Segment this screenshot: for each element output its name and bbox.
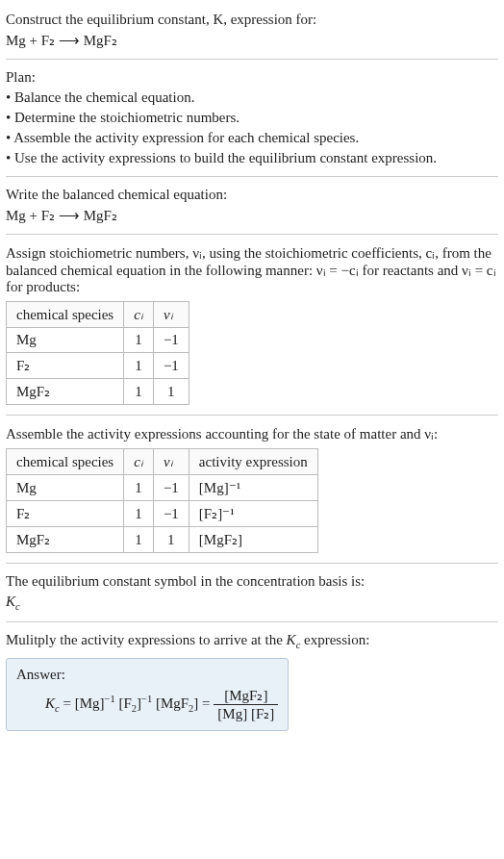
divider	[6, 415, 498, 416]
balanced-equation: Mg + F₂ ⟶ MgF₂	[6, 207, 498, 224]
plan-header: Plan:	[6, 69, 498, 86]
table-header: cᵢ	[124, 449, 154, 475]
assemble-text: Assemble the activity expressions accoun…	[6, 425, 498, 442]
table-cell: −1	[153, 501, 189, 527]
table-cell: Mg	[7, 475, 124, 501]
table-header: νᵢ	[153, 302, 189, 328]
table-cell: F₂	[7, 501, 124, 527]
fraction-numerator: [MgF₂]	[214, 687, 278, 705]
divider	[6, 563, 498, 564]
divider	[6, 59, 498, 60]
table-cell: 1	[124, 475, 154, 501]
table-header: νᵢ	[153, 449, 189, 475]
table-header-row: chemical species cᵢ νᵢ	[7, 302, 189, 328]
answer-fraction: [MgF₂] [Mg] [F₂]	[214, 687, 278, 722]
table-cell: 1	[153, 527, 189, 553]
fraction-denominator: [Mg] [F₂]	[214, 705, 278, 722]
table-cell: −1	[153, 328, 189, 353]
table-cell: 1	[124, 501, 154, 527]
table-row: Mg 1 −1 [Mg]⁻¹	[7, 475, 318, 501]
answer-box: Answer: Kc = [Mg]−1 [F2]−1 [MgF2] = [MgF…	[6, 658, 289, 731]
table-cell: [F₂]⁻¹	[189, 501, 317, 527]
table-cell: −1	[153, 475, 189, 501]
table-cell: MgF₂	[7, 527, 124, 553]
divider	[6, 176, 498, 177]
table-cell: [Mg]⁻¹	[189, 475, 317, 501]
table-cell: 1	[153, 379, 189, 405]
symbol-line1: The equilibrium constant symbol in the c…	[6, 573, 498, 590]
table-row: Mg 1 −1	[7, 328, 189, 353]
assign-text: Assign stoichiometric numbers, νᵢ, using…	[6, 244, 498, 295]
plan-bullet: • Balance the chemical equation.	[6, 89, 498, 106]
stoich-table: chemical species cᵢ νᵢ Mg 1 −1 F₂ 1 −1 M…	[6, 301, 189, 405]
table-header: chemical species	[7, 449, 124, 475]
intro-text: Construct the equilibrium constant, K, e…	[6, 12, 316, 27]
table-cell: −1	[153, 353, 189, 379]
intro-equation: Mg + F₂ ⟶ MgF₂	[6, 32, 498, 49]
table-cell: 1	[124, 527, 154, 553]
table-header: cᵢ	[124, 302, 154, 328]
table-row: F₂ 1 −1 [F₂]⁻¹	[7, 501, 318, 527]
table-cell: 1	[124, 379, 154, 405]
plan-bullet: • Determine the stoichiometric numbers.	[6, 110, 498, 126]
answer-label: Answer:	[16, 667, 278, 683]
divider	[6, 621, 498, 622]
plan-bullet: • Use the activity expressions to build …	[6, 150, 498, 166]
table-cell: 1	[124, 353, 154, 379]
table-row: F₂ 1 −1	[7, 353, 189, 379]
table-header-row: chemical species cᵢ νᵢ activity expressi…	[7, 449, 318, 475]
table-cell: [MgF₂]	[189, 527, 317, 553]
divider	[6, 234, 498, 235]
table-cell: 1	[124, 328, 154, 353]
symbol-kc: Kc	[6, 594, 498, 612]
intro-line: Construct the equilibrium constant, K, e…	[6, 12, 498, 28]
balanced-header: Write the balanced chemical equation:	[6, 187, 498, 203]
multiply-text: Mulitply the activity expressions to arr…	[6, 632, 498, 650]
table-cell: Mg	[7, 328, 124, 353]
table-header: chemical species	[7, 302, 124, 328]
table-row: MgF₂ 1 1 [MgF₂]	[7, 527, 318, 553]
activity-table: chemical species cᵢ νᵢ activity expressi…	[6, 448, 318, 553]
table-row: MgF₂ 1 1	[7, 379, 189, 405]
plan-bullet: • Assemble the activity expression for e…	[6, 130, 498, 146]
table-header: activity expression	[189, 449, 317, 475]
table-cell: MgF₂	[7, 379, 124, 405]
answer-equation: Kc = [Mg]−1 [F2]−1 [MgF2] = [MgF₂] [Mg] …	[16, 687, 278, 722]
table-cell: F₂	[7, 353, 124, 379]
